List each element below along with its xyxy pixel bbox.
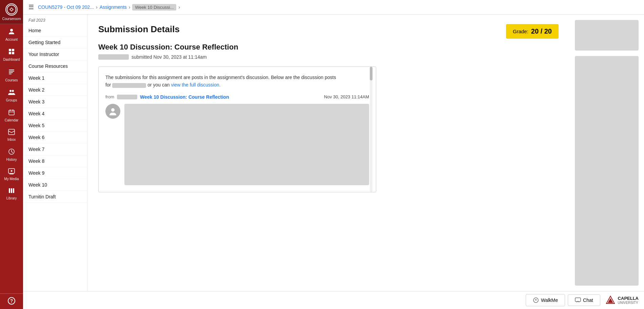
dashboard-icon <box>8 48 15 57</box>
course-nav-week7[interactable]: Week 7 <box>23 143 87 155</box>
breadcrumb-sep-2: › <box>129 4 130 10</box>
page-title: Submission Details <box>98 24 559 35</box>
nav-item-my-media[interactable]: My Media <box>0 165 23 184</box>
inbox-label: Inbox <box>7 138 16 141</box>
course-nav-your-instructor[interactable]: Your Instructor <box>23 49 87 60</box>
walkme-label: WalkMe <box>541 297 558 303</box>
library-icon <box>8 188 15 195</box>
capella-sub: UNIVERSITY <box>618 301 639 305</box>
breadcrumb-assignments[interactable]: Assignments <box>100 4 127 10</box>
post-date: Nov 30, 2023 11:14AM <box>324 94 369 99</box>
course-nav-home[interactable]: Home <box>23 25 87 37</box>
post-body-redacted <box>124 104 369 185</box>
post-row: from Week 10 Discussion: Course Reflecti… <box>105 94 369 100</box>
content-row: Fall 2023 Home Getting Started Your Inst… <box>23 15 644 291</box>
grade-value: 20 / 20 <box>531 27 552 35</box>
course-nav-week2[interactable]: Week 2 <box>23 84 87 96</box>
calendar-label: Calendar <box>5 118 19 122</box>
history-icon <box>8 148 15 157</box>
nav-item-history[interactable]: History <box>0 145 23 165</box>
inbox-icon <box>8 129 15 137</box>
capella-name: CAPELLA <box>618 296 639 301</box>
courseroom-logo-icon <box>5 3 18 16</box>
groups-icon <box>8 89 15 97</box>
svg-marker-20 <box>11 170 13 172</box>
submission-meta: submitted Nov 30, 2023 at 11:14am <box>98 54 559 60</box>
breadcrumb-course[interactable]: COUN5279 - Oct 09 202... <box>38 4 94 10</box>
svg-rect-7 <box>9 70 14 70</box>
svg-marker-29 <box>608 298 613 303</box>
page-content: Submission Details Grade: 20 / 20 Week 1… <box>87 15 569 291</box>
svg-rect-24 <box>13 188 14 193</box>
course-nav-getting-started[interactable]: Getting Started <box>23 37 87 49</box>
right-panel-top <box>575 20 639 51</box>
library-label: Library <box>6 196 17 200</box>
svg-rect-9 <box>9 72 13 73</box>
bottom-bar: WalkMe Chat CAPELLA UNIVERSITY <box>23 291 644 309</box>
course-nav-week1[interactable]: Week 1 <box>23 72 87 84</box>
svg-rect-3 <box>9 49 11 51</box>
right-panel-mid <box>575 56 639 286</box>
svg-point-2 <box>10 29 13 32</box>
account-label: Account <box>5 38 18 41</box>
course-nav-week4[interactable]: Week 4 <box>23 108 87 120</box>
chat-button[interactable]: Chat <box>568 294 600 306</box>
chat-label: Chat <box>583 297 593 303</box>
nav-item-account[interactable]: Account <box>0 24 23 45</box>
history-label: History <box>6 158 17 161</box>
course-nav-course-resources[interactable]: Course Resources <box>23 60 87 72</box>
logo-area[interactable]: Courseroom <box>0 0 23 24</box>
icon-nav: Courseroom Account Dashboard <box>0 0 23 309</box>
nav-item-calendar[interactable]: Calendar <box>0 105 23 125</box>
scroll-bar[interactable] <box>369 67 373 192</box>
course-nav-week5[interactable]: Week 5 <box>23 120 87 132</box>
dashboard-label: Dashboard <box>3 58 20 61</box>
capella-logo: CAPELLA UNIVERSITY <box>606 295 639 305</box>
svg-rect-5 <box>9 52 11 54</box>
svg-rect-6 <box>12 52 14 54</box>
breadcrumb-sep-1: › <box>96 4 98 10</box>
nav-item-courses[interactable]: Courses <box>0 65 23 85</box>
nav-item-help[interactable]: ? <box>0 293 23 309</box>
breadcrumb-sep-3: › <box>178 4 180 10</box>
courseroom-label: Courseroom <box>2 17 21 21</box>
course-nav-week9[interactable]: Week 9 <box>23 167 87 179</box>
menu-icon[interactable]: ☰ <box>28 3 34 11</box>
walkme-button[interactable]: WalkMe <box>526 294 565 306</box>
breadcrumb-current: Week 10 Discussi... <box>132 4 176 11</box>
course-nav-week10[interactable]: Week 10 <box>23 179 87 191</box>
user-redact-post <box>117 95 137 99</box>
course-nav-week8[interactable]: Week 8 <box>23 155 87 167</box>
courses-icon <box>8 68 15 77</box>
nav-item-dashboard[interactable]: Dashboard <box>0 45 23 65</box>
grade-badge: Grade: 20 / 20 <box>506 24 559 39</box>
post-title-link[interactable]: Week 10 Discussion: Course Reflection <box>140 94 229 100</box>
courses-label: Courses <box>5 78 18 82</box>
from-label: from <box>105 94 114 99</box>
assignment-title: Week 10 Discussion: Course Reflection <box>98 43 559 52</box>
breadcrumb-bar: ☰ COUN5279 - Oct 09 202... › Assignments… <box>23 0 644 15</box>
svg-point-25 <box>111 108 115 112</box>
groups-label: Groups <box>6 98 17 102</box>
submission-box: The submissions for this assignment are … <box>98 66 376 192</box>
calendar-icon <box>8 109 15 117</box>
nav-item-groups[interactable]: Groups <box>0 85 23 105</box>
svg-rect-22 <box>9 188 10 193</box>
svg-rect-17 <box>8 129 15 135</box>
svg-rect-13 <box>9 110 14 115</box>
main-area: ☰ COUN5279 - Oct 09 202... › Assignments… <box>23 0 644 309</box>
course-nav-week3[interactable]: Week 3 <box>23 96 87 108</box>
my-media-label: My Media <box>4 177 19 181</box>
svg-rect-23 <box>11 188 12 193</box>
course-nav-turnitin[interactable]: Turnitin Draft <box>23 191 87 203</box>
svg-point-1 <box>11 8 13 11</box>
svg-point-11 <box>9 90 12 92</box>
semester-label: Fall 2023 <box>23 15 87 25</box>
nav-item-library[interactable]: Library <box>0 184 23 204</box>
user-redact-desc <box>112 83 146 88</box>
view-full-discussion-link[interactable]: view the full discussion. <box>171 82 220 88</box>
course-nav-week6[interactable]: Week 6 <box>23 132 87 143</box>
nav-item-inbox[interactable]: Inbox <box>0 125 23 145</box>
svg-point-12 <box>12 90 14 92</box>
user-redact-meta <box>98 54 129 60</box>
